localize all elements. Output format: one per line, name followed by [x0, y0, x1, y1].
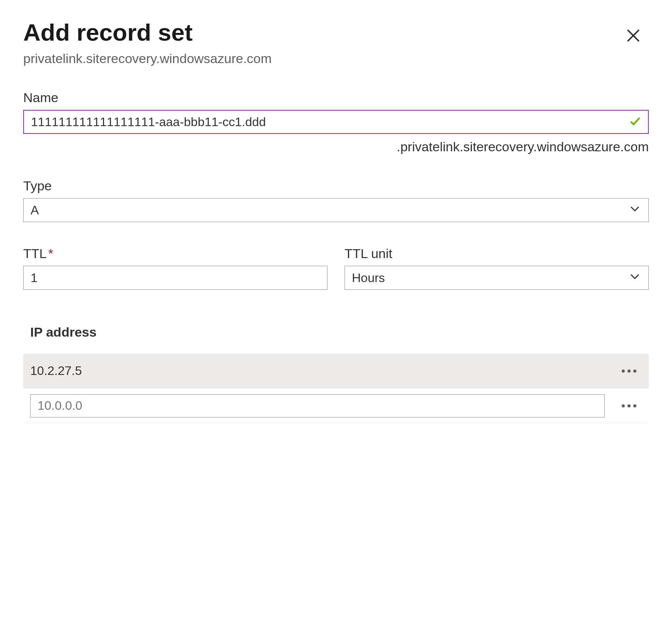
add-record-set-panel: Add record set privatelink.siterecovery.…: [0, 0, 672, 443]
ip-row-more-button[interactable]: [616, 366, 642, 376]
ttl-unit-value: Hours: [352, 271, 385, 285]
ttl-label: TTL*: [23, 246, 327, 261]
ttl-unit-label: TTL unit: [345, 246, 649, 261]
more-icon: [622, 404, 625, 407]
name-input[interactable]: [23, 110, 649, 134]
type-select[interactable]: A: [23, 198, 649, 222]
header-text: Add record set privatelink.siterecovery.…: [23, 19, 272, 66]
more-icon: [633, 370, 636, 373]
type-field-group: Type A: [23, 178, 649, 222]
required-asterisk: *: [48, 246, 53, 261]
more-icon: [633, 404, 636, 407]
name-field-group: Name .privatelink.siterecovery.windowsaz…: [23, 90, 649, 154]
more-icon: [627, 370, 631, 373]
name-suffix: .privatelink.siterecovery.windowsazure.c…: [23, 139, 649, 154]
ip-address-row: 10.2.27.5: [23, 354, 649, 388]
chevron-down-icon: [628, 270, 641, 286]
type-label: Type: [23, 178, 649, 193]
chevron-down-icon: [628, 202, 641, 218]
ip-row-more-button[interactable]: [616, 401, 642, 411]
ttl-unit-select[interactable]: Hours: [345, 266, 649, 290]
close-icon: [625, 39, 642, 45]
name-label: Name: [23, 90, 649, 105]
panel-subtitle: privatelink.siterecovery.windowsazure.co…: [23, 51, 272, 66]
name-input-wrap: [23, 110, 649, 134]
ip-address-new-row: [23, 388, 649, 423]
panel-title: Add record set: [23, 19, 272, 46]
ip-address-section-label: IP address: [30, 325, 649, 340]
more-icon: [622, 370, 625, 373]
ip-address-input[interactable]: [30, 394, 605, 417]
type-value: A: [31, 203, 39, 217]
ttl-input[interactable]: [23, 266, 327, 290]
ip-address-list: 10.2.27.5: [23, 354, 649, 423]
ttl-field-group: TTL*: [23, 246, 327, 290]
ip-address-value: 10.2.27.5: [30, 364, 616, 378]
panel-header: Add record set privatelink.siterecovery.…: [23, 19, 649, 66]
close-button[interactable]: [622, 24, 645, 48]
more-icon: [627, 404, 631, 407]
ttl-row: TTL* TTL unit Hours: [23, 246, 649, 290]
ttl-unit-field-group: TTL unit Hours: [345, 246, 649, 290]
